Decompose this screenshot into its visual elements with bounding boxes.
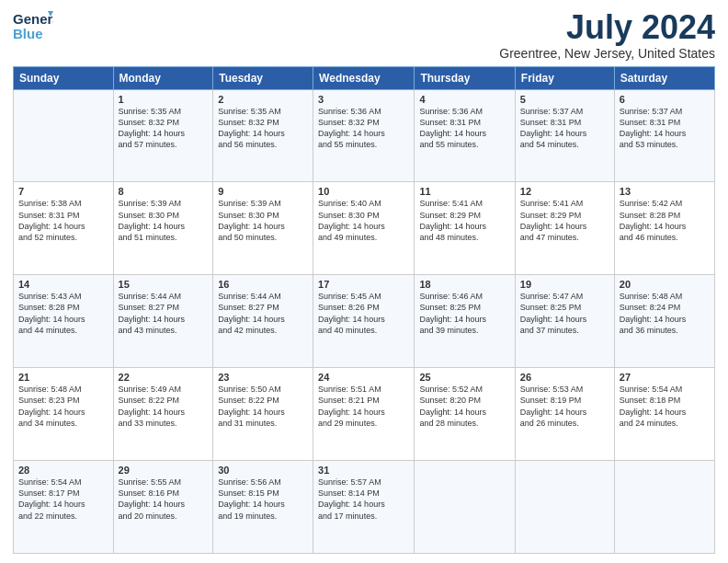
day-number: 16: [218, 279, 308, 290]
day-header-sunday: Sunday: [14, 66, 114, 89]
calendar-cell: 23Sunrise: 5:50 AMSunset: 8:22 PMDayligh…: [213, 368, 313, 461]
day-info: Sunrise: 5:50 AMSunset: 8:22 PMDaylight:…: [218, 385, 285, 427]
day-info: Sunrise: 5:56 AMSunset: 8:15 PMDaylight:…: [218, 477, 285, 520]
day-info: Sunrise: 5:44 AMSunset: 8:27 PMDaylight:…: [218, 292, 285, 334]
calendar-cell: 29Sunrise: 5:55 AMSunset: 8:16 PMDayligh…: [113, 461, 213, 554]
day-number: 9: [218, 186, 308, 197]
day-info: Sunrise: 5:39 AMSunset: 8:30 PMDaylight:…: [218, 199, 285, 241]
day-header-saturday: Saturday: [614, 66, 714, 89]
day-number: 3: [318, 94, 409, 105]
calendar-cell: [415, 461, 515, 554]
week-row-3: 14Sunrise: 5:43 AMSunset: 8:28 PMDayligh…: [14, 275, 715, 368]
calendar-table: SundayMondayTuesdayWednesdayThursdayFrid…: [13, 66, 715, 554]
day-number: 8: [119, 186, 209, 197]
day-number: 23: [218, 372, 308, 383]
calendar-cell: 5Sunrise: 5:37 AMSunset: 8:31 PMDaylight…: [515, 89, 614, 182]
day-info: Sunrise: 5:41 AMSunset: 8:29 PMDaylight:…: [520, 199, 587, 241]
day-info: Sunrise: 5:52 AMSunset: 8:20 PMDaylight:…: [419, 385, 486, 427]
calendar-cell: 15Sunrise: 5:44 AMSunset: 8:27 PMDayligh…: [113, 275, 213, 368]
calendar-cell: 14Sunrise: 5:43 AMSunset: 8:28 PMDayligh…: [14, 275, 114, 368]
calendar-cell: 6Sunrise: 5:37 AMSunset: 8:31 PMDaylight…: [614, 89, 714, 182]
week-row-1: 1Sunrise: 5:35 AMSunset: 8:32 PMDaylight…: [14, 89, 715, 182]
day-number: 11: [419, 186, 509, 197]
day-info: Sunrise: 5:48 AMSunset: 8:24 PMDaylight:…: [620, 292, 687, 334]
calendar-cell: 26Sunrise: 5:53 AMSunset: 8:19 PMDayligh…: [515, 368, 614, 461]
calendar-cell: 2Sunrise: 5:35 AMSunset: 8:32 PMDaylight…: [213, 89, 313, 182]
calendar-cell: 28Sunrise: 5:54 AMSunset: 8:17 PMDayligh…: [14, 461, 114, 554]
day-info: Sunrise: 5:36 AMSunset: 8:32 PMDaylight:…: [318, 107, 385, 149]
calendar-cell: 30Sunrise: 5:56 AMSunset: 8:15 PMDayligh…: [213, 461, 313, 554]
day-info: Sunrise: 5:43 AMSunset: 8:28 PMDaylight:…: [18, 292, 85, 334]
calendar-cell: 3Sunrise: 5:36 AMSunset: 8:32 PMDaylight…: [313, 89, 415, 182]
calendar-cell: 8Sunrise: 5:39 AMSunset: 8:30 PMDaylight…: [113, 182, 213, 275]
logo-icon: General Blue: [13, 9, 53, 44]
calendar-cell: 7Sunrise: 5:38 AMSunset: 8:31 PMDaylight…: [14, 182, 114, 275]
week-row-4: 21Sunrise: 5:48 AMSunset: 8:23 PMDayligh…: [14, 368, 715, 461]
day-info: Sunrise: 5:54 AMSunset: 8:18 PMDaylight:…: [620, 385, 687, 427]
day-info: Sunrise: 5:37 AMSunset: 8:31 PMDaylight:…: [520, 107, 587, 149]
calendar-cell: 4Sunrise: 5:36 AMSunset: 8:31 PMDaylight…: [415, 89, 515, 182]
day-number: 22: [119, 372, 209, 383]
day-info: Sunrise: 5:55 AMSunset: 8:16 PMDaylight:…: [119, 477, 186, 520]
day-info: Sunrise: 5:38 AMSunset: 8:31 PMDaylight:…: [18, 199, 85, 241]
day-header-tuesday: Tuesday: [213, 66, 313, 89]
title-block: July 2024 Greentree, New Jersey, United …: [499, 9, 715, 61]
calendar-body: 1Sunrise: 5:35 AMSunset: 8:32 PMDaylight…: [14, 89, 715, 553]
day-header-monday: Monday: [113, 66, 213, 89]
day-number: 20: [620, 279, 710, 290]
calendar-cell: 27Sunrise: 5:54 AMSunset: 8:18 PMDayligh…: [614, 368, 714, 461]
calendar-cell: 13Sunrise: 5:42 AMSunset: 8:28 PMDayligh…: [614, 182, 714, 275]
day-number: 12: [520, 186, 609, 197]
day-number: 28: [18, 465, 108, 476]
day-number: 10: [318, 186, 409, 197]
day-info: Sunrise: 5:42 AMSunset: 8:28 PMDaylight:…: [620, 199, 687, 241]
calendar-cell: [14, 89, 114, 182]
day-number: 27: [620, 372, 710, 383]
svg-text:Blue: Blue: [13, 26, 43, 41]
day-number: 29: [119, 465, 209, 476]
week-row-5: 28Sunrise: 5:54 AMSunset: 8:17 PMDayligh…: [14, 461, 715, 554]
day-number: 24: [318, 372, 409, 383]
day-info: Sunrise: 5:46 AMSunset: 8:25 PMDaylight:…: [419, 292, 486, 334]
calendar-cell: 24Sunrise: 5:51 AMSunset: 8:21 PMDayligh…: [313, 368, 415, 461]
day-number: 21: [18, 372, 108, 383]
page: General Blue July 2024 Greentree, New Je…: [0, 0, 728, 563]
day-number: 4: [419, 94, 509, 105]
day-info: Sunrise: 5:54 AMSunset: 8:17 PMDaylight:…: [18, 477, 85, 520]
day-number: 17: [318, 279, 409, 290]
day-info: Sunrise: 5:47 AMSunset: 8:25 PMDaylight:…: [520, 292, 587, 334]
day-info: Sunrise: 5:35 AMSunset: 8:32 PMDaylight:…: [119, 107, 186, 149]
calendar-cell: 1Sunrise: 5:35 AMSunset: 8:32 PMDaylight…: [113, 89, 213, 182]
day-info: Sunrise: 5:36 AMSunset: 8:31 PMDaylight:…: [419, 107, 486, 149]
calendar-cell: 17Sunrise: 5:45 AMSunset: 8:26 PMDayligh…: [313, 275, 415, 368]
calendar-cell: 20Sunrise: 5:48 AMSunset: 8:24 PMDayligh…: [614, 275, 714, 368]
header: General Blue July 2024 Greentree, New Je…: [13, 9, 715, 61]
day-info: Sunrise: 5:41 AMSunset: 8:29 PMDaylight:…: [419, 199, 486, 241]
day-header-wednesday: Wednesday: [313, 66, 415, 89]
day-info: Sunrise: 5:44 AMSunset: 8:27 PMDaylight:…: [119, 292, 186, 334]
week-row-2: 7Sunrise: 5:38 AMSunset: 8:31 PMDaylight…: [14, 182, 715, 275]
day-number: 1: [119, 94, 209, 105]
calendar-cell: [515, 461, 614, 554]
calendar-cell: 16Sunrise: 5:44 AMSunset: 8:27 PMDayligh…: [213, 275, 313, 368]
day-info: Sunrise: 5:35 AMSunset: 8:32 PMDaylight:…: [218, 107, 285, 149]
calendar-cell: 22Sunrise: 5:49 AMSunset: 8:22 PMDayligh…: [113, 368, 213, 461]
day-info: Sunrise: 5:45 AMSunset: 8:26 PMDaylight:…: [318, 292, 385, 334]
calendar-cell: 9Sunrise: 5:39 AMSunset: 8:30 PMDaylight…: [213, 182, 313, 275]
day-info: Sunrise: 5:48 AMSunset: 8:23 PMDaylight:…: [18, 385, 85, 427]
day-info: Sunrise: 5:40 AMSunset: 8:30 PMDaylight:…: [318, 199, 385, 241]
calendar-cell: 10Sunrise: 5:40 AMSunset: 8:30 PMDayligh…: [313, 182, 415, 275]
day-info: Sunrise: 5:51 AMSunset: 8:21 PMDaylight:…: [318, 385, 385, 427]
day-number: 6: [620, 94, 710, 105]
day-number: 7: [18, 186, 108, 197]
day-number: 5: [520, 94, 609, 105]
day-number: 25: [419, 372, 509, 383]
calendar-cell: 19Sunrise: 5:47 AMSunset: 8:25 PMDayligh…: [515, 275, 614, 368]
day-info: Sunrise: 5:49 AMSunset: 8:22 PMDaylight:…: [119, 385, 186, 427]
subtitle: Greentree, New Jersey, United States: [499, 46, 715, 61]
calendar-cell: 11Sunrise: 5:41 AMSunset: 8:29 PMDayligh…: [415, 182, 515, 275]
day-number: 14: [18, 279, 108, 290]
day-header-thursday: Thursday: [415, 66, 515, 89]
day-number: 31: [318, 465, 409, 476]
day-info: Sunrise: 5:57 AMSunset: 8:14 PMDaylight:…: [318, 477, 385, 520]
